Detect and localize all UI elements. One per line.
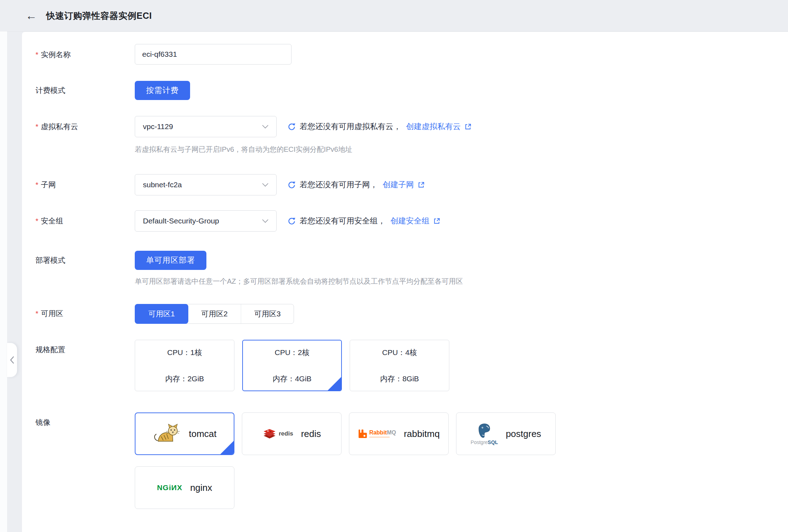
spec-cpu: CPU：4核 <box>382 348 417 358</box>
required-asterisk: * <box>35 309 38 318</box>
required-asterisk: * <box>35 50 38 60</box>
selected-corner-badge <box>327 377 342 391</box>
chevron-left-icon <box>10 356 14 364</box>
postgres-logo-word: Postgre <box>471 439 488 445</box>
tomcat-logo-icon <box>152 423 181 444</box>
subnet-label: * 子网 <box>35 174 135 195</box>
vpc-hint: 若您还没有可用虚拟私有云， 创建虚拟私有云 <box>287 121 472 132</box>
image-name: tomcat <box>189 428 216 439</box>
security-group-label: * 安全组 <box>35 210 135 232</box>
vpc-hint-text: 若您还没有可用虚拟私有云， <box>300 121 401 132</box>
subnet-select[interactable]: subnet-fc2a <box>135 174 277 195</box>
refresh-icon[interactable] <box>287 122 296 131</box>
az-row: * 可用区 可用区1 可用区2 可用区3 <box>35 304 771 324</box>
chevron-down-icon <box>262 183 268 187</box>
redis-logo-word: redis <box>279 430 293 437</box>
instance-name-row: * 实例名称 <box>35 44 771 65</box>
billing-mode-row: 计费模式 按需计费 <box>35 81 771 100</box>
vpc-label: * 虚拟私有云 <box>35 116 135 154</box>
nginx-logo-icon: NGiИX <box>157 483 182 492</box>
az-option-2[interactable]: 可用区2 <box>188 304 241 323</box>
instance-name-input[interactable] <box>135 44 292 65</box>
image-card-nginx[interactable]: NGiИX nginx <box>135 466 234 509</box>
az-option-1[interactable]: 可用区1 <box>135 304 188 324</box>
required-asterisk: * <box>35 216 38 226</box>
ipv6-note: 若虚拟私有云与子网已开启IPv6，将自动为您的ECI实例分配IPv6地址 <box>135 144 771 154</box>
vpc-row: * 虚拟私有云 vpc-1129 若您还没有可用虚拟私有云， 创建虚拟私有 <box>35 116 771 154</box>
security-group-select-value: Default-Security-Group <box>143 217 219 225</box>
panel-collapse-handle[interactable] <box>7 343 17 377</box>
collapsed-side-panel <box>0 4 7 532</box>
postgres-logo-icon <box>476 423 493 439</box>
external-link-icon[interactable] <box>417 181 425 189</box>
spec-mem: 内存：4GiB <box>273 374 312 384</box>
deploy-mode-row: 部署模式 单可用区部署 单可用区部署请选中任意一个AZ；多可用区部署系统会自动将… <box>35 251 771 286</box>
image-card-tomcat[interactable]: tomcat <box>135 412 234 455</box>
billing-mode-label: 计费模式 <box>35 81 135 100</box>
subnet-hint-text: 若您还没有可用子网， <box>300 179 378 190</box>
deploy-mode-note: 单可用区部署请选中任意一个AZ；多可用区部署系统会自动将控制节点以及工作节点平均… <box>135 276 771 286</box>
spec-cpu: CPU：2核 <box>274 348 309 358</box>
back-arrow-icon[interactable]: ← <box>26 10 37 21</box>
rabbitmq-logo-icon <box>358 429 367 438</box>
security-group-row: * 安全组 Default-Security-Group 若您还没有可用安全组， <box>35 210 771 232</box>
subnet-hint: 若您还没有可用子网， 创建子网 <box>287 179 425 190</box>
image-card-postgres[interactable]: PostgreSQL postgres <box>456 412 556 455</box>
instance-name-label: * 实例名称 <box>35 44 135 65</box>
subnet-row: * 子网 subnet-fc2a 若您还没有可用子网， 创建子网 <box>35 174 771 195</box>
required-asterisk: * <box>35 122 38 132</box>
create-vpc-link[interactable]: 创建虚拟私有云 <box>406 121 461 132</box>
selected-corner-badge <box>220 440 234 455</box>
page-title: 快速订购弹性容器实例ECI <box>46 10 152 22</box>
image-name: postgres <box>506 428 541 439</box>
rabbitmq-tagline-bar <box>369 437 390 438</box>
spec-label: 规格配置 <box>35 340 135 391</box>
rabbitmq-logo-word: Rabbit <box>369 430 387 436</box>
image-name: rabbitmq <box>404 428 440 439</box>
deploy-mode-label: 部署模式 <box>35 251 135 286</box>
refresh-icon[interactable] <box>287 217 296 226</box>
spec-mem: 内存：8GiB <box>380 374 419 384</box>
image-label: 镜像 <box>35 412 135 509</box>
create-security-group-link[interactable]: 创建安全组 <box>390 216 429 226</box>
az-option-3[interactable]: 可用区3 <box>241 304 294 323</box>
page-header: ← 快速订购弹性容器实例ECI <box>0 0 788 31</box>
image-row: 镜像 <box>35 412 771 509</box>
chevron-down-icon <box>262 125 268 129</box>
spec-card-2c4g[interactable]: CPU：2核 内存：4GiB <box>242 340 342 391</box>
az-selector: 可用区1 可用区2 可用区3 <box>135 304 294 324</box>
refresh-icon[interactable] <box>287 181 296 189</box>
image-card-rabbitmq[interactable]: RabbitMQ rabbitmq <box>349 412 449 455</box>
spec-cpu: CPU：1核 <box>167 348 202 358</box>
form-card: * 实例名称 计费模式 按需计费 * 虚拟私有云 vpc-1129 <box>22 32 788 532</box>
spec-mem: 内存：2GiB <box>165 374 204 384</box>
create-subnet-link[interactable]: 创建子网 <box>383 179 414 190</box>
redis-logo-icon <box>262 428 277 440</box>
vpc-select-value: vpc-1129 <box>143 122 173 131</box>
security-group-select[interactable]: Default-Security-Group <box>135 210 277 232</box>
image-name: redis <box>301 428 321 439</box>
image-card-redis[interactable]: redis redis <box>242 412 342 455</box>
security-group-hint-text: 若您还没有可用安全组， <box>300 216 385 226</box>
required-asterisk: * <box>35 180 38 190</box>
az-label: * 可用区 <box>35 304 135 324</box>
deploy-mode-button[interactable]: 单可用区部署 <box>135 251 206 270</box>
image-name: nginx <box>190 482 212 493</box>
spec-card-1c2g[interactable]: CPU：1核 内存：2GiB <box>135 340 234 391</box>
chevron-down-icon <box>262 219 268 223</box>
vpc-select[interactable]: vpc-1129 <box>135 116 277 137</box>
external-link-icon[interactable] <box>464 123 472 131</box>
billing-mode-button[interactable]: 按需计费 <box>135 81 190 100</box>
external-link-icon[interactable] <box>433 217 440 225</box>
spec-row: 规格配置 CPU：1核 内存：2GiB CPU：2核 内存：4GiB CPU：4… <box>35 340 771 391</box>
spec-card-4c8g[interactable]: CPU：4核 内存：8GiB <box>350 340 449 391</box>
security-group-hint: 若您还没有可用安全组， 创建安全组 <box>287 216 440 226</box>
subnet-select-value: subnet-fc2a <box>143 181 182 189</box>
